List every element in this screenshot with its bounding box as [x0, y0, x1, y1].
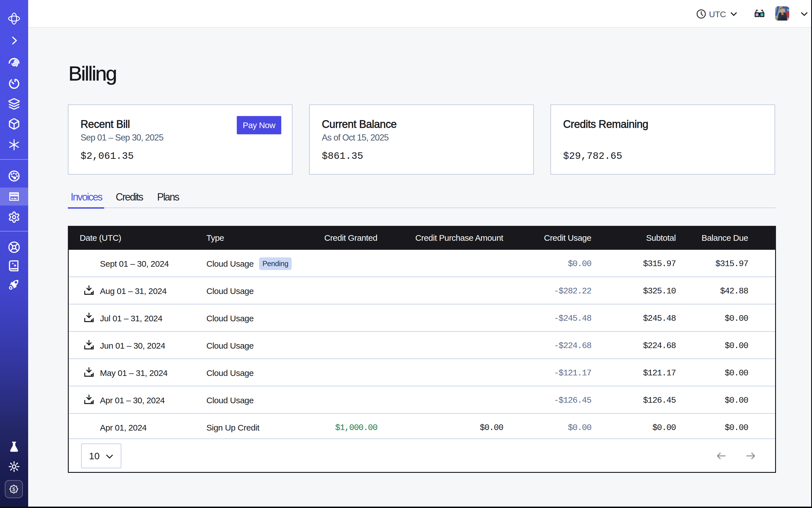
svg-text:$: $ [12, 486, 15, 492]
